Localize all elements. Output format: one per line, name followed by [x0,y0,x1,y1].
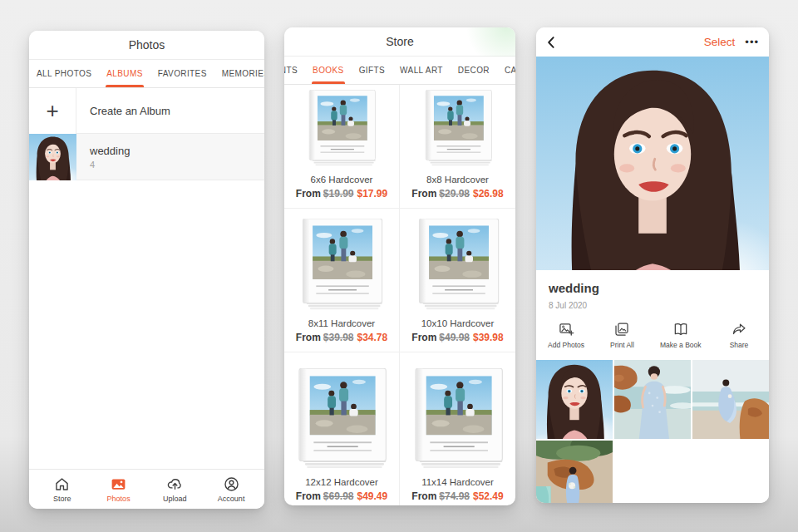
album-thumbnail [29,134,76,180]
plus-icon: + [29,88,76,134]
old-price: $29.98 [439,188,470,200]
tab-wall-art[interactable]: WALL ART [392,57,451,84]
nav-upload-label: Upload [163,495,187,503]
share-button[interactable]: Share [721,321,757,349]
book-icon [672,321,689,337]
product-price: From$49.98$39.98 [411,332,503,343]
album-photo-1[interactable] [536,360,613,439]
album-photo-count: 4 [90,160,264,170]
share-icon [731,321,747,337]
tab-books[interactable]: BOOKS [305,57,352,84]
sale-price: $34.78 [357,332,388,343]
make-a-book-button[interactable]: Make a Book [660,321,702,349]
album-navbar: Select ••• [536,27,769,57]
make-a-book-label: Make a Book [660,341,702,349]
sale-price: $39.98 [473,332,504,343]
album-photo-2[interactable] [614,360,691,439]
tab-favorites[interactable]: FAVORITES [150,60,214,87]
photos-screen: Photos ALL PHOTOS ALBUMS FAVORITES MEMOR… [29,31,264,509]
nav-photos[interactable]: Photos [96,475,142,503]
photo-book-image [293,368,390,469]
tab-albums[interactable]: ALBUMS [99,60,150,87]
from-label: From [296,490,321,502]
sale-price: $26.98 [473,188,504,200]
tab-gifts[interactable]: GIFTS [352,57,392,84]
product-10x10-hardcover[interactable]: 10x10 Hardcover From$49.98$39.98 [400,209,515,352]
create-album-row[interactable]: + Create an Album [29,88,264,134]
nav-account-label: Account [218,495,245,503]
product-price: From$69.98$49.49 [296,490,387,502]
tab-memories[interactable]: MEMORIES [214,60,264,87]
product-8x11-hardcover[interactable]: 8x11 Hardcover From$39.98$34.78 [284,209,400,352]
from-label: From [411,490,436,502]
product-price: From$74.98$52.49 [411,490,503,502]
photo-book-image [298,219,386,310]
photo-book-image [414,219,502,310]
from-label: From [296,188,321,200]
product-price: From$19.99$17.99 [296,188,387,200]
photos-icon [110,475,127,493]
nav-account[interactable]: Account [208,475,254,503]
store-screen: Store PRINTS BOOKS GIFTS WALL ART DECOR … [284,27,515,505]
share-label: Share [730,341,749,349]
bottom-nav: Store Photos Upload Account [29,469,264,509]
product-11x14-hardcover[interactable]: 11x14 Hardcover From$74.98$52.49 [400,352,515,505]
store-tabs: PRINTS BOOKS GIFTS WALL ART DECOR CARDS [284,57,515,85]
album-name: wedding [90,145,264,157]
page-title: Store [284,27,515,57]
old-price: $69.98 [323,490,354,502]
back-button[interactable] [546,34,563,51]
from-label: From [411,188,436,200]
tab-prints[interactable]: PRINTS [284,57,305,84]
product-name: 6x6 Hardcover [311,175,373,185]
product-6x6-hardcover[interactable]: 6x6 Hardcover From$19.99$17.99 [284,85,400,209]
product-name: 12x12 Hardcover [305,477,378,487]
from-label: From [296,332,321,343]
photo-book-image [305,90,378,166]
old-price: $74.98 [439,490,470,502]
account-icon [223,475,240,493]
album-date: 8 Jul 2020 [549,301,756,310]
add-photos-icon [558,321,574,337]
album-photo-3[interactable] [692,360,769,439]
hero-photo[interactable] [536,57,769,270]
add-photos-label: Add Photos [548,341,584,349]
product-8x8-hardcover[interactable]: 8x8 Hardcover From$29.98$26.98 [400,85,515,209]
product-price: From$29.98$26.98 [411,188,503,200]
sale-price: $17.99 [357,188,388,200]
nav-store[interactable]: Store [39,475,86,503]
print-all-icon [613,321,630,337]
nav-upload[interactable]: Upload [151,475,198,503]
print-all-label: Print All [610,341,634,349]
product-price: From$39.98$34.78 [296,332,387,343]
old-price: $39.98 [323,332,354,343]
photo-book-image [421,90,495,166]
sale-price: $52.49 [473,490,504,502]
cloud-upload-icon [166,475,184,493]
page-title: Photos [29,31,264,60]
product-name: 11x14 Hardcover [421,477,494,487]
tab-cards[interactable]: CARDS [497,57,515,84]
album-detail-screen: Select ••• wedding 8 Jul 2020 Add Photos… [536,27,769,503]
tab-all-photos[interactable]: ALL PHOTOS [29,60,99,87]
home-icon [53,475,71,493]
add-photos-button[interactable]: Add Photos [548,321,584,349]
more-options-icon[interactable]: ••• [745,38,759,47]
create-album-label: Create an Album [76,88,264,134]
select-button[interactable]: Select [704,36,736,48]
album-row-wedding[interactable]: wedding 4 [29,134,264,180]
product-12x12-hardcover[interactable]: 12x12 Hardcover From$69.98$49.49 [284,352,400,505]
tab-decor[interactable]: DECOR [451,57,497,84]
product-name: 8x11 Hardcover [308,318,375,328]
nav-store-label: Store [53,495,71,503]
old-price: $19.99 [323,188,354,200]
album-actions: Add Photos Print All Make a Book Share [536,310,769,360]
print-all-button[interactable]: Print All [603,321,640,349]
old-price: $49.98 [439,332,470,343]
nav-photos-label: Photos [107,495,131,503]
sale-price: $49.49 [357,490,388,502]
album-photo-4[interactable] [536,441,613,503]
photo-book-image [410,368,506,469]
product-name: 10x10 Hardcover [421,318,495,328]
chevron-left-icon [546,36,555,49]
